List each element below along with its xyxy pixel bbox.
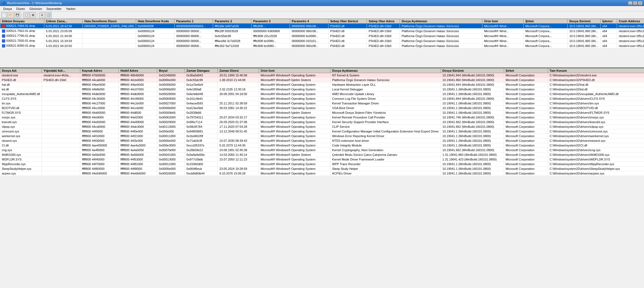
col-crash-time[interactable]: Çökme Zama... xyxy=(44,19,83,24)
toolbar-refresh[interactable]: 🔄 xyxy=(46,12,52,18)
module-cell: 10.19041.662 (WinBuild.160101.0800) xyxy=(441,148,504,153)
toolbar-copy[interactable]: 📋 xyxy=(23,12,29,18)
modules-table-row[interactable]: ntosext.sysfffff800 44f30000fffff800 44f… xyxy=(0,139,644,143)
module-cell: Microsoft® Windows® Operating System xyxy=(259,148,330,153)
modules-table-row[interactable]: mcupdate_AuthenticAMD.dllfffff800 44db00… xyxy=(0,92,644,96)
modules-table-row[interactable]: cng.sysfffff800 4a4f0000fffff800 4a4a500… xyxy=(0,148,644,153)
close-button[interactable]: × xyxy=(638,1,642,5)
maximize-button[interactable]: □ xyxy=(633,1,637,5)
col-file-desc[interactable]: Dosya Açıklaması xyxy=(400,19,482,24)
modules-table-row[interactable]: Wdf01000.sysfffff800 4a5b0000fffff800 4a… xyxy=(0,153,644,157)
modules-table-row[interactable]: SleepStudyHelper.sysfffff800 44f60000fff… xyxy=(0,167,644,171)
module-cell: Microsoft Corporation xyxy=(504,162,548,167)
menu-gorunum[interactable]: Görünüm xyxy=(27,7,44,11)
modules-table-row[interactable]: WppRecorder.sysfffff800 44f70000fffff800… xyxy=(0,162,644,167)
col-time-str[interactable]: Zaman Dizesi xyxy=(218,68,259,73)
col-stack-addr[interactable]: Yığındaki Adr... xyxy=(42,68,80,73)
col-timestamp[interactable]: Zaman Damgası xyxy=(185,68,218,73)
crash-table-row[interactable]: 030521-7500-01.dmp5.03.2021 15:34:590x00… xyxy=(0,38,644,43)
crash-list-pane[interactable]: Döküm Dosyası Çökme Zama... Hata Denetle… xyxy=(0,19,644,68)
col-param4[interactable]: Parametre 4 xyxy=(290,19,328,24)
crash-table-row[interactable]: 030621-7484-01.dmp6.03.2021 18:42:58DRIV… xyxy=(0,24,644,29)
col-product-name[interactable]: Ürün İsmi xyxy=(482,19,524,24)
crash-cell: 5.03.2021 15:34:59 xyxy=(44,38,83,43)
modules-table-row[interactable]: ksecdd.sysfffff800 44e60000fffff800 44e8… xyxy=(0,120,644,124)
module-cell: fffff800 44f53000 xyxy=(119,157,157,162)
modules-list-pane[interactable]: Dosya Adı Yığındaki Adr... Kaynak Adres … xyxy=(0,68,644,288)
crash-cell: 030521-7796-01.dmp xyxy=(0,34,44,38)
col-base-addr[interactable]: Kaynak Adres xyxy=(80,68,119,73)
crash-table-row[interactable]: 030521-7796-01.dmp5.03.2021 21:34:000x00… xyxy=(0,34,644,38)
col-end-addr[interactable]: Hedef Adres xyxy=(119,68,157,73)
col-company[interactable]: Şirket xyxy=(524,19,568,24)
module-cell: fffff800 44de3000 xyxy=(119,124,157,129)
crash-table-row[interactable]: 030521-7562-01.dmp5.03.2021 23:05:090x00… xyxy=(0,29,644,34)
module-cell: 0x0000b000 xyxy=(157,87,185,92)
modules-table-row[interactable]: ntoskrnl.exentoskrnl.exe+4b3a...fffff800… xyxy=(0,73,644,78)
module-cell xyxy=(42,110,80,115)
crash-cell: Platforma Özgü Donanım Hatası Sürücüsü xyxy=(400,24,482,29)
col-size[interactable]: Boyut xyxy=(157,68,185,73)
module-cell: C:\Windows\system32\drivers\acpiex.sys xyxy=(548,171,644,176)
crash-cell xyxy=(83,34,136,38)
crash-table-body: 030621-7484-01.dmp6.03.2021 18:42:58DRIV… xyxy=(0,24,644,48)
col-filename[interactable]: Dosya Adı xyxy=(0,68,42,73)
menu-dosya[interactable]: Dosya xyxy=(1,7,14,11)
col-caused-by-addr[interactable]: Sebep Olan Adres xyxy=(367,19,400,24)
modules-table-row[interactable]: PSHED.dllPSHED.dll+15b0fffff800 44ca6000… xyxy=(0,78,644,82)
module-cell: fffff800 44e6b6000 xyxy=(119,171,157,176)
modules-table-row[interactable]: BOOTVID.dllfffff800 44cc0000fffff800 44c… xyxy=(0,106,644,110)
col-caused-by-driver[interactable]: Sebep Olan Sürücü xyxy=(328,19,367,24)
module-cell: fffff800 44f21000 xyxy=(119,134,157,139)
toolbar-properties[interactable]: ℹ xyxy=(39,12,45,18)
toolbar-new[interactable]: 📄 xyxy=(1,12,7,18)
modules-table-row[interactable]: FLTMGR.SYSfffff800 44d40000fffff800 44df… xyxy=(0,110,644,115)
module-cell: 30.08.2091 04:18:00 xyxy=(218,92,259,96)
modules-table-row[interactable]: cimncext.sysfffff800 44f0000fffff800 44f… xyxy=(0,129,644,134)
menu-duzen[interactable]: Düzen xyxy=(14,7,27,11)
titlebar-controls[interactable]: _ □ × xyxy=(628,1,642,5)
col-dump-file[interactable]: Döküm Dosyası xyxy=(0,19,44,24)
crash-table-row[interactable]: 030521-8390-01.dmp5.03.2021 04:20:500x00… xyxy=(0,43,644,48)
modules-table-row[interactable]: acpiex.sysfffff800 44e690000fffff800 44e… xyxy=(0,171,644,176)
col-param2[interactable]: Parametre 2 xyxy=(213,19,251,24)
col-file-ver-lower[interactable]: Dosya Sürümü xyxy=(441,68,504,73)
toolbar-save[interactable]: 💾 xyxy=(14,12,20,18)
modules-table-row[interactable]: WDFLDR.SYSfffff800 44f40000fffff800 44f5… xyxy=(0,157,644,162)
col-file-ver[interactable]: Dosya Sürümü xyxy=(568,19,601,24)
crash-cell: x64 xyxy=(601,34,617,38)
module-cell: 0x0000e000 xyxy=(157,167,185,171)
modules-table-row[interactable]: hal.dllfffff800 44be0000fffff800 44be600… xyxy=(0,82,644,87)
module-cell: fffff800 4ae4a3000 xyxy=(119,143,157,148)
crash-cell: ntoskrnl.exe+3f5c20 xyxy=(617,38,644,43)
modules-table-row[interactable]: kd.dllfffff800 44bfb000fffff800 44c07000… xyxy=(0,87,644,92)
minimize-button[interactable]: _ xyxy=(628,1,632,5)
col-crash-addr[interactable]: Crash Address xyxy=(617,19,644,24)
modules-table-row[interactable]: CLFS.SYSfffff800 44c30000fffff800 44c990… xyxy=(0,96,644,101)
col-processor[interactable]: İşlemci xyxy=(601,19,617,24)
toolbar-open[interactable]: 📂 xyxy=(8,12,14,18)
modules-table-row[interactable]: werkernel.sysfffff800 44f10000fffff800 4… xyxy=(0,134,644,139)
module-cell: 0x0000e000 xyxy=(157,78,185,82)
modules-table-row[interactable]: msrpc.sysfffff800 44e9000fffff800 44ef20… xyxy=(0,115,644,120)
menu-secenekler[interactable]: Seçenekler xyxy=(44,7,64,11)
module-cell: Microsoft® Windows® İşletim Sistemi xyxy=(259,153,330,157)
col-param1[interactable]: Parametre 1 xyxy=(175,19,213,24)
col-company-lower[interactable]: Şirket xyxy=(504,68,548,73)
module-cell: cng.sys xyxy=(0,148,42,153)
modules-table-row[interactable]: CI.dllfffff800 4ae400000fffff800 4ae4a30… xyxy=(0,143,644,148)
module-cell: 0x36a5d042 xyxy=(185,73,218,78)
col-full-path[interactable]: Tam Konum xyxy=(548,68,644,73)
titlebar-left: 🔵 BlueScreenView - C:\Windows\Minidump xyxy=(2,1,62,5)
menubar: Dosya Düzen Görünüm Seçenekler Yardım xyxy=(0,6,644,12)
modules-table-row[interactable]: clipsp.sysfffff800 44cd0000fffff800 44de… xyxy=(0,124,644,129)
col-bug-check-str[interactable]: Hata Denetleme Dizesi xyxy=(83,19,136,24)
col-bug-check-code[interactable]: Hata Denetleme Kodu xyxy=(136,19,175,24)
toolbar-select-all[interactable]: ⊞ xyxy=(30,12,36,18)
modules-table-row[interactable]: tm.sysfffff800 44c27000fffff800 44c2e000… xyxy=(0,101,644,106)
col-product[interactable]: Ürün İsmi xyxy=(259,68,330,73)
col-param3[interactable]: Parametre 3 xyxy=(251,19,290,24)
col-file-desc-lower[interactable]: Dosya Açıklaması xyxy=(330,68,441,73)
module-cell: 10.19041.662 (WinBuild.160101.0800) xyxy=(441,124,504,129)
menu-yardim[interactable]: Yardım xyxy=(64,7,78,11)
